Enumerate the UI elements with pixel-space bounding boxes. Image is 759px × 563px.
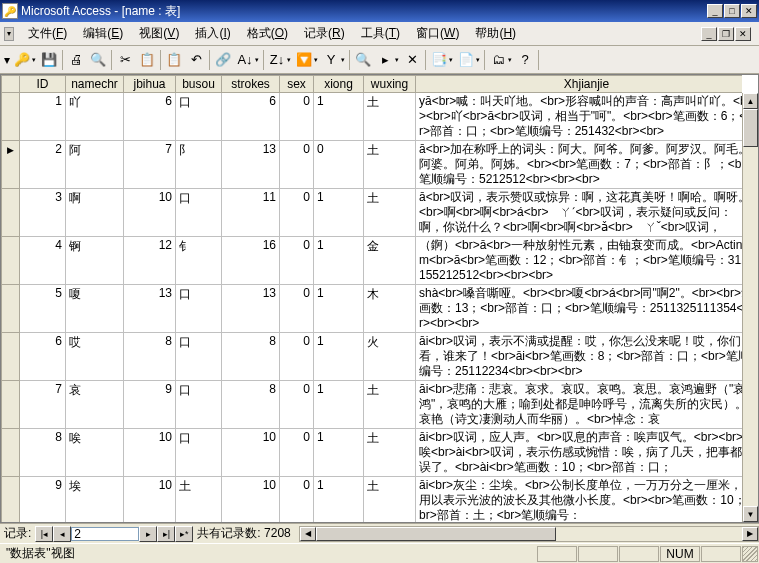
column-header[interactable]: ID xyxy=(20,76,66,93)
dropdown-icon[interactable]: ▾ xyxy=(447,49,455,71)
column-header[interactable]: xiong xyxy=(314,76,364,93)
cell-sex[interactable]: 0 xyxy=(280,333,314,381)
toolbar-button[interactable]: ✕ xyxy=(401,49,423,71)
column-header[interactable]: wuxing xyxy=(364,76,416,93)
cell-wuxing[interactable]: 土 xyxy=(364,189,416,237)
toolbar-button[interactable]: 🔍 xyxy=(87,49,109,71)
table-row[interactable]: 7哀9口801土āi<br>悲痛：悲哀。哀求。哀叹。哀鸣。哀思。哀鸿遍野（"哀鸿… xyxy=(2,381,743,429)
cell-id[interactable]: 7 xyxy=(20,381,66,429)
menu-item[interactable]: 插入(I) xyxy=(187,22,238,45)
cell-namechr[interactable]: 埃 xyxy=(66,477,124,523)
cell-namechr[interactable]: 阿 xyxy=(66,141,124,189)
column-header[interactable]: Xhjianjie xyxy=(416,76,743,93)
cell-id[interactable]: 2 xyxy=(20,141,66,189)
toolbar-button[interactable]: ✂ xyxy=(114,49,136,71)
cell-namechr[interactable]: 哎 xyxy=(66,333,124,381)
cell-id[interactable]: 3 xyxy=(20,189,66,237)
cell-jbihua[interactable]: 6 xyxy=(124,93,176,141)
menu-item[interactable]: 编辑(E) xyxy=(75,22,131,45)
cell-wuxing[interactable]: 土 xyxy=(364,141,416,189)
row-selector[interactable] xyxy=(2,381,20,429)
row-selector[interactable] xyxy=(2,429,20,477)
cell-xhjianjie[interactable]: ā<br>叹词，表示赞叹或惊异：啊，这花真美呀！啊哈。啊呀。<br>啊<br>啊… xyxy=(416,189,743,237)
cell-xiong[interactable]: 1 xyxy=(314,285,364,333)
column-header[interactable] xyxy=(2,76,20,93)
scroll-up-button[interactable]: ▲ xyxy=(743,93,758,109)
hscroll-thumb[interactable] xyxy=(316,527,556,541)
cell-xiong[interactable]: 1 xyxy=(314,93,364,141)
cell-namechr[interactable]: 锕 xyxy=(66,237,124,285)
cell-jbihua[interactable]: 9 xyxy=(124,381,176,429)
cell-id[interactable]: 6 xyxy=(20,333,66,381)
cell-sex[interactable]: 0 xyxy=(280,93,314,141)
cell-jbihua[interactable]: 13 xyxy=(124,285,176,333)
toolbar-handle-icon[interactable]: ▾ xyxy=(4,53,10,67)
cell-xiong[interactable]: 1 xyxy=(314,189,364,237)
toolbar-button[interactable]: 🔗 xyxy=(212,49,234,71)
cell-strokes[interactable]: 11 xyxy=(222,189,280,237)
cell-jbihua[interactable]: 12 xyxy=(124,237,176,285)
first-record-button[interactable]: |◂ xyxy=(35,526,53,542)
cell-busou[interactable]: 口 xyxy=(176,285,222,333)
cell-busou[interactable]: 阝 xyxy=(176,141,222,189)
child-close-button[interactable]: ✕ xyxy=(735,27,751,41)
dropdown-icon[interactable]: ▾ xyxy=(253,49,261,71)
cell-wuxing[interactable]: 火 xyxy=(364,333,416,381)
table-row[interactable]: 6哎8口801火āi<br>叹词，表示不满或提醒：哎，你怎么没来呢！哎，你们看，… xyxy=(2,333,743,381)
toolbar-button[interactable]: 💾 xyxy=(38,49,60,71)
cell-xhjianjie[interactable]: āi<br>灰尘：尘埃。<br>公制长度单位，一万万分之一厘米，常用以表示光波的… xyxy=(416,477,743,523)
row-selector[interactable] xyxy=(2,477,20,523)
cell-jbihua[interactable]: 8 xyxy=(124,333,176,381)
row-selector[interactable] xyxy=(2,285,20,333)
cell-busou[interactable]: 口 xyxy=(176,381,222,429)
cell-sex[interactable]: 0 xyxy=(280,381,314,429)
dropdown-icon[interactable]: ▾ xyxy=(393,49,401,71)
last-record-button[interactable]: ▸| xyxy=(157,526,175,542)
cell-strokes[interactable]: 13 xyxy=(222,141,280,189)
dropdown-icon[interactable]: ▾ xyxy=(285,49,293,71)
cell-id[interactable]: 9 xyxy=(20,477,66,523)
table-row[interactable]: 8唉10口1001土āi<br>叹词，应人声。<br>叹息的声音：唉声叹气。<b… xyxy=(2,429,743,477)
cell-xhjianjie[interactable]: （錒）<br>ā<br>一种放射性元素，由铀衰变而成。<br>Actinium<… xyxy=(416,237,743,285)
cell-wuxing[interactable]: 土 xyxy=(364,93,416,141)
cell-wuxing[interactable]: 金 xyxy=(364,237,416,285)
dropdown-icon[interactable]: ▾ xyxy=(312,49,320,71)
cell-xhjianjie[interactable]: yā<br>喊：叫天吖地。<br>形容喊叫的声音：高声叫吖吖。<br><br>吖… xyxy=(416,93,743,141)
cell-busou[interactable]: 口 xyxy=(176,429,222,477)
cell-jbihua[interactable]: 7 xyxy=(124,141,176,189)
new-record-button[interactable]: ▸* xyxy=(175,526,193,542)
menu-item[interactable]: 视图(V) xyxy=(131,22,187,45)
row-selector[interactable] xyxy=(2,141,20,189)
scroll-down-button[interactable]: ▼ xyxy=(743,506,758,522)
table-row[interactable]: 9埃10土1001土āi<br>灰尘：尘埃。<br>公制长度单位，一万万分之一厘… xyxy=(2,477,743,523)
cell-namechr[interactable]: 哀 xyxy=(66,381,124,429)
cell-sex[interactable]: 0 xyxy=(280,141,314,189)
dropdown-icon[interactable]: ▾ xyxy=(30,49,38,71)
vertical-scrollbar[interactable]: ▲ ▼ xyxy=(742,93,758,522)
dropdown-icon[interactable]: ▾ xyxy=(506,49,514,71)
cell-xhjianjie[interactable]: shà<br>嗓音嘶哑。<br><br>嗄<br>á<br>同"啊2"。<br>… xyxy=(416,285,743,333)
cell-sex[interactable]: 0 xyxy=(280,237,314,285)
menu-item[interactable]: 窗口(W) xyxy=(408,22,467,45)
toolbar-handle-icon[interactable]: ▾ xyxy=(4,27,14,41)
child-restore-button[interactable]: ❐ xyxy=(718,27,734,41)
scroll-thumb[interactable] xyxy=(743,109,758,147)
cell-xhjianjie[interactable]: āi<br>叹词，表示不满或提醒：哎，你怎么没来呢！哎，你们看，谁来了！<br>… xyxy=(416,333,743,381)
cell-namechr[interactable]: 唉 xyxy=(66,429,124,477)
menu-item[interactable]: 工具(T) xyxy=(353,22,408,45)
column-header[interactable]: namechr xyxy=(66,76,124,93)
cell-busou[interactable]: 口 xyxy=(176,189,222,237)
cell-id[interactable]: 5 xyxy=(20,285,66,333)
close-button[interactable]: ✕ xyxy=(741,4,757,18)
cell-strokes[interactable]: 10 xyxy=(222,477,280,523)
menu-item[interactable]: 帮助(H) xyxy=(467,22,524,45)
scroll-left-button[interactable]: ◀ xyxy=(300,527,316,541)
cell-strokes[interactable]: 16 xyxy=(222,237,280,285)
table-row[interactable]: 4锕12钅1601金（錒）<br>ā<br>一种放射性元素，由铀衰变而成。<br… xyxy=(2,237,743,285)
table-row[interactable]: 2阿7阝1300土ā<br>加在称呼上的词头：阿大。阿爷。阿爹。阿罗汉。阿毛。阿… xyxy=(2,141,743,189)
maximize-button[interactable]: □ xyxy=(724,4,740,18)
cell-xhjianjie[interactable]: āi<br>叹词，应人声。<br>叹息的声音：唉声叹气。<br><br>唉<br… xyxy=(416,429,743,477)
row-selector[interactable] xyxy=(2,189,20,237)
menu-item[interactable]: 记录(R) xyxy=(296,22,353,45)
cell-id[interactable]: 4 xyxy=(20,237,66,285)
